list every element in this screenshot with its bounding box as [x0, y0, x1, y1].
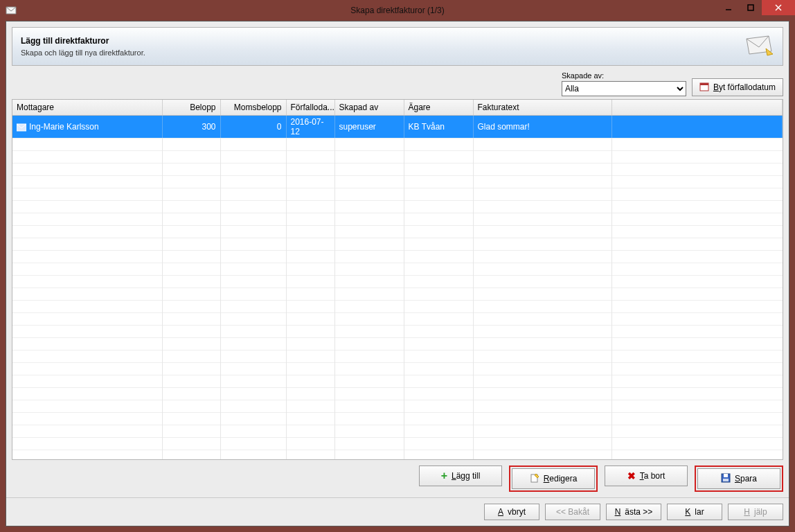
window-title: Skapa direktfakturor (1/3) — [0, 6, 795, 15]
cell-recipient: Ing-Marie Karlsson — [12, 116, 162, 139]
cell-due: 2016-07-12 — [286, 116, 334, 139]
col-amount[interactable]: Belopp — [162, 100, 220, 116]
titlebar: Skapa direktfakturor (1/3) — [0, 0, 795, 21]
svg-rect-13 — [724, 474, 728, 477]
change-due-date-label: Byt förfallodatum — [713, 82, 776, 92]
col-due-date[interactable]: Förfalloda... — [286, 100, 334, 116]
close-button[interactable] — [762, 0, 795, 15]
col-spacer — [611, 100, 783, 116]
delete-label: Ta bort — [640, 471, 666, 481]
cell-amount: 300 — [162, 116, 220, 139]
save-button[interactable]: Spara — [697, 468, 780, 489]
save-highlight: Spara — [695, 466, 783, 492]
add-label: Lägg till — [452, 471, 480, 481]
action-row: + Lägg till Redigera ✖ Ta bort Spara — [12, 466, 783, 492]
cell-spacer — [611, 116, 783, 139]
envelope-icon — [17, 123, 26, 132]
cell-vat: 0 — [220, 116, 286, 139]
created-by-label: Skapade av: — [562, 71, 686, 80]
delete-button[interactable]: ✖ Ta bort — [605, 466, 688, 486]
save-label: Spara — [735, 474, 757, 484]
cancel-button[interactable]: Avbryt — [484, 504, 539, 520]
col-owner[interactable]: Ägare — [404, 100, 473, 116]
col-created-by[interactable]: Skapad av — [334, 100, 404, 116]
created-by-filter: Skapade av: Alla — [562, 71, 686, 96]
save-icon — [721, 473, 731, 485]
edit-icon — [530, 473, 539, 485]
filter-row: Skapade av: Alla Byt förfallodatum — [12, 71, 783, 96]
table-empty-area — [12, 138, 783, 459]
wizard-footer: Avbryt << Bakåt Nästa >> Klar Hjälp — [6, 497, 789, 526]
cell-invoice-text: Glad sommar! — [473, 116, 611, 139]
maximize-button[interactable] — [740, 0, 762, 15]
minimize-button[interactable] — [717, 0, 740, 15]
next-button[interactable]: Nästa >> — [606, 504, 661, 520]
wizard-header: Lägg till direktfakturor Skapa och lägg … — [12, 27, 783, 66]
wizard-subtitle: Skapa och lägg till nya direktfakturor. — [21, 48, 145, 57]
svg-rect-2 — [748, 5, 753, 10]
edit-label: Redigera — [544, 474, 578, 484]
window-controls — [717, 0, 795, 15]
edit-highlight: Redigera — [509, 466, 598, 492]
col-vat[interactable]: Momsbelopp — [220, 100, 286, 116]
svg-rect-8 — [700, 83, 708, 85]
calendar-icon — [699, 82, 709, 94]
col-recipient[interactable]: Mottagare — [12, 100, 162, 116]
table-row[interactable]: Ing-Marie Karlsson 300 0 2016-07-12 supe… — [12, 116, 783, 139]
help-button: Hjälp — [728, 504, 783, 520]
wizard-title: Lägg till direktfakturor — [21, 36, 145, 46]
cell-owner: KB Tvåan — [404, 116, 473, 139]
plus-icon: + — [441, 470, 447, 481]
add-button[interactable]: + Lägg till — [419, 466, 502, 486]
cell-created-by: superuser — [334, 116, 404, 139]
created-by-select[interactable]: Alla — [562, 81, 686, 96]
svg-rect-14 — [723, 479, 729, 481]
envelope-icon — [745, 35, 773, 59]
invoice-table: Mottagare Belopp Momsbelopp Förfalloda..… — [12, 99, 783, 460]
col-invoice-text[interactable]: Fakturatext — [473, 100, 611, 116]
delete-icon: ✖ — [627, 470, 636, 481]
edit-button[interactable]: Redigera — [512, 468, 595, 489]
back-button: << Bakåt — [545, 504, 600, 520]
client-area: Lägg till direktfakturor Skapa och lägg … — [6, 21, 789, 526]
table-header-row: Mottagare Belopp Momsbelopp Förfalloda..… — [12, 100, 783, 116]
change-due-date-button[interactable]: Byt förfallodatum — [692, 78, 783, 96]
finish-button[interactable]: Klar — [667, 504, 722, 520]
